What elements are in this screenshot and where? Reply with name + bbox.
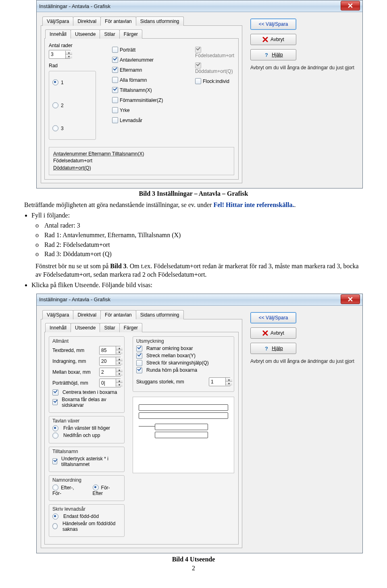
avbryt-label: Avbryt: [270, 37, 284, 42]
tab-direktval[interactable]: Direktval: [73, 17, 101, 26]
spinner-icon[interactable]: ▲▼: [116, 357, 123, 365]
spinner-icon[interactable]: ▲▼: [65, 51, 72, 58]
mellan-input[interactable]: ▲▼: [99, 368, 121, 377]
indragning-input[interactable]: ▲▼: [99, 357, 121, 366]
skugg-value[interactable]: [209, 379, 225, 385]
textbredd-value[interactable]: [100, 348, 116, 353]
group-allmant: Allmänt Textbredd, mm ▲▼ Indragning, mm …: [49, 336, 125, 413]
subtab-farger[interactable]: Färger: [119, 29, 142, 39]
tab-sidans-utformning[interactable]: Sidans utformning: [136, 17, 184, 26]
subtab2-innehall[interactable]: Innehåll: [45, 323, 71, 332]
chk-antavlenummer[interactable]: [112, 57, 118, 63]
radio-namn-2[interactable]: [93, 484, 99, 491]
valj-spara-label-2: << Välj/Spara: [259, 315, 288, 321]
valj-spara-button-2[interactable]: << Välj/Spara: [250, 312, 296, 323]
hjalp-button[interactable]: ? Hjälp: [250, 49, 296, 60]
help-icon: ?: [264, 52, 269, 58]
hjalp-button-2[interactable]: ? Hjälp: [250, 343, 296, 354]
chk-alla-fornamn[interactable]: [112, 77, 118, 83]
tabs-outer: Välj/Spara Direktval För antavlan Sidans…: [41, 16, 242, 26]
radio-skriv-2[interactable]: [52, 523, 58, 529]
chk-streck-mellan[interactable]: [136, 353, 142, 359]
chk-tilltalsnamn[interactable]: [112, 87, 118, 93]
tavlan-title: Tavlan växer: [52, 418, 121, 424]
subtab2-farger[interactable]: Färger: [119, 323, 142, 332]
chk-yrke[interactable]: [112, 107, 118, 113]
subtab-utseende[interactable]: Utseende: [71, 29, 100, 39]
chk-portratt[interactable]: [112, 47, 118, 53]
chk-tilltalsnamn-label: Tilltalsnamn(X): [120, 87, 152, 93]
chk-ramar[interactable]: [136, 346, 142, 352]
tab-for-antavlan[interactable]: För antavlan: [100, 17, 136, 26]
mellan-value[interactable]: [100, 369, 116, 375]
subtab2-stilar[interactable]: Stilar: [100, 323, 119, 332]
p1c: .: [294, 201, 295, 208]
hjalp-label-2: Hjälp: [272, 346, 283, 351]
window-innehall: Inställningar - Antavla - Grafisk Välj/S…: [36, 0, 363, 188]
chk-streck-skarv[interactable]: [136, 360, 142, 366]
cancel-icon: [262, 330, 268, 336]
chk-undertryck-label: Undertryck asterisk * i tilltalsnamnet: [61, 456, 121, 467]
subtab-stilar[interactable]: Stilar: [100, 29, 119, 39]
chk-undertryck[interactable]: [52, 458, 57, 464]
radio-rad-3-label: 3: [61, 126, 64, 131]
portratthojd-input[interactable]: ▲▼: [99, 379, 121, 387]
radio-rad-1[interactable]: [52, 79, 58, 85]
spinner-icon[interactable]: ▲▼: [225, 378, 232, 385]
radio-tavlan-1[interactable]: [52, 425, 58, 431]
chk-efternamn[interactable]: [112, 67, 118, 73]
antal-rader-value[interactable]: [49, 52, 65, 57]
chk-portratt-label: Porträtt: [120, 47, 135, 53]
radio-tavlan-2[interactable]: [52, 433, 58, 439]
subtab-innehall[interactable]: Innehåll: [45, 29, 71, 39]
radio-namn-1[interactable]: [52, 484, 58, 491]
avbryt-button[interactable]: Avbryt: [250, 34, 296, 45]
window-title-2: Inställningar - Antavla - Grafisk: [39, 296, 341, 302]
p1-ref-error: Fel! Hittar inte referenskälla.: [213, 201, 294, 208]
chk-flock-label: Flock:individ: [203, 79, 229, 84]
close-button[interactable]: [341, 1, 360, 10]
spinner-icon[interactable]: ▲▼: [116, 346, 123, 354]
chk-boxarna[interactable]: [52, 399, 58, 405]
chk-runda-label: Runda hörn på boxarna: [146, 367, 197, 373]
spinner-icon[interactable]: ▲▼: [116, 379, 123, 387]
radio-skriv-1[interactable]: [52, 513, 58, 520]
skriv-title: Skriv levnadsår: [52, 506, 121, 512]
sublist: Antal rader: 3 Rad 1: Antavlenummer, Eft…: [35, 221, 363, 258]
radio-rad-2-label: 2: [61, 103, 64, 108]
subtab2-utseende[interactable]: Utseende: [71, 323, 100, 332]
valj-spara-button[interactable]: << Välj/Spara: [250, 19, 296, 30]
group-utsmyckning: Utsmyckning Ramar omkring boxar Streck m…: [133, 336, 234, 392]
tab2-valj-spara[interactable]: Välj/Spara: [42, 310, 73, 319]
radio-rad-3[interactable]: [52, 125, 58, 131]
utsmyck-title: Utsmyckning: [136, 338, 231, 344]
tab2-direktval[interactable]: Direktval: [73, 310, 101, 319]
chk-levnadsar[interactable]: [112, 117, 118, 123]
chk-ramar-label: Ramar omkring boxar: [146, 346, 193, 351]
indragning-value[interactable]: [100, 358, 116, 364]
sub-o1: Antal rader: 3: [35, 221, 363, 230]
chk-flock[interactable]: [195, 78, 201, 84]
textbredd-input[interactable]: ▲▼: [99, 346, 121, 355]
skugg-input[interactable]: ▲▼: [209, 377, 231, 386]
avbryt-button-2[interactable]: Avbryt: [250, 327, 296, 339]
chk-antavlenummer-label: Antavlenummer: [120, 57, 154, 63]
antal-rader-input[interactable]: ▲▼: [49, 50, 71, 59]
radio-tavlan-2-label: Nedifrån och upp: [63, 433, 100, 438]
tab-valj-spara[interactable]: Välj/Spara: [42, 17, 73, 26]
chk-fornamnsinitialer[interactable]: [112, 97, 118, 103]
chk-runda[interactable]: [136, 367, 142, 373]
chk-doddatum: [195, 62, 201, 68]
close-button-2[interactable]: [341, 294, 360, 304]
paragraph-2: Fönstret bör nu se ut som på Bild 3. Om …: [35, 262, 363, 279]
chk-centrera[interactable]: [52, 389, 58, 395]
portratthojd-value[interactable]: [100, 380, 116, 386]
bullet-fyll: Fyll i följande:: [31, 211, 363, 220]
tab2-for-antavlan[interactable]: För antavlan: [100, 310, 136, 319]
sub-o2: Rad 1: Antavlenummer, Efternamn, Tilltal…: [35, 231, 363, 240]
chk-fornamnsinitialer-label: Förnamnsinitialer(Z): [120, 97, 163, 103]
window-utseende: Inställningar - Antavla - Grafisk Välj/S…: [36, 294, 363, 553]
spinner-icon[interactable]: ▲▼: [116, 368, 123, 376]
radio-rad-2[interactable]: [52, 102, 58, 108]
tab2-sidans-utformning[interactable]: Sidans utformning: [136, 310, 184, 319]
